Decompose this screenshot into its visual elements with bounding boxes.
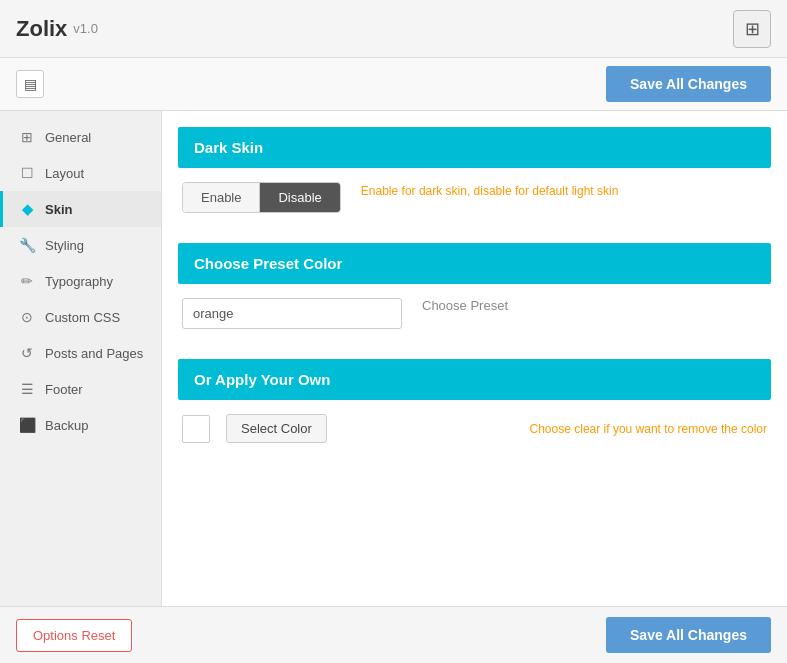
toolbar: ▤ Save All Changes <box>0 58 787 111</box>
color-desc-prefix: Choose clear if you want to remove the <box>530 422 741 436</box>
content-area: Dark Skin Enable Disable Enable for dark… <box>162 111 787 606</box>
sidebar-item-skin[interactable]: ◆ Skin <box>0 191 161 227</box>
preset-color-body: orange blue green red purple teal Choose… <box>178 284 771 343</box>
toolbar-save-button[interactable]: Save All Changes <box>606 66 771 102</box>
sidebar: ⊞ General ☐ Layout ◆ Skin 🔧 Styling ✏ Ty… <box>0 111 162 606</box>
sidebar-item-custom-css[interactable]: ⊙ Custom CSS <box>0 299 161 335</box>
custom-css-icon: ⊙ <box>19 309 35 325</box>
typography-icon: ✏ <box>19 273 35 289</box>
footer-save-button[interactable]: Save All Changes <box>606 617 771 653</box>
preset-color-section: Choose Preset Color orange blue green re… <box>178 243 771 343</box>
choose-preset-label: Choose Preset <box>422 298 508 313</box>
color-swatch <box>182 415 210 443</box>
sidebar-item-label: Styling <box>45 238 84 253</box>
apply-own-section: Or Apply Your Own Select Color Choose cl… <box>178 359 771 457</box>
sidebar-item-label: Skin <box>45 202 72 217</box>
sidebar-item-layout[interactable]: ☐ Layout <box>0 155 161 191</box>
sidebar-item-label: Custom CSS <box>45 310 120 325</box>
sidebar-item-label: General <box>45 130 91 145</box>
app-logo: Zolix v1.0 <box>16 16 98 42</box>
preset-select-wrapper: orange blue green red purple teal <box>182 298 402 329</box>
backup-icon: ⬛ <box>19 417 35 433</box>
sidebar-item-styling[interactable]: 🔧 Styling <box>0 227 161 263</box>
sliders-icon: ⊞ <box>745 18 760 40</box>
dark-skin-header: Dark Skin <box>178 127 771 168</box>
preset-color-select[interactable]: orange blue green red purple teal <box>182 298 402 329</box>
page-icon: ▤ <box>16 70 44 98</box>
footer-bar: Options Reset Save All Changes <box>0 606 787 663</box>
skin-icon: ◆ <box>19 201 35 217</box>
layout-icon: ☐ <box>19 165 35 181</box>
sidebar-item-label: Typography <box>45 274 113 289</box>
app-title: Zolix <box>16 16 67 42</box>
color-description: Choose clear if you want to remove the c… <box>343 422 767 436</box>
app-version: v1.0 <box>73 21 98 36</box>
sidebar-item-label: Backup <box>45 418 88 433</box>
options-reset-button[interactable]: Options Reset <box>16 619 132 652</box>
enable-button[interactable]: Enable <box>183 183 260 212</box>
app-header: Zolix v1.0 ⊞ <box>0 0 787 58</box>
sidebar-item-posts-pages[interactable]: ↺ Posts and Pages <box>0 335 161 371</box>
sidebar-item-label: Layout <box>45 166 84 181</box>
main-layout: ⊞ General ☐ Layout ◆ Skin 🔧 Styling ✏ Ty… <box>0 111 787 606</box>
general-icon: ⊞ <box>19 129 35 145</box>
apply-own-body: Select Color Choose clear if you want to… <box>178 400 771 457</box>
footer-icon: ☰ <box>19 381 35 397</box>
sidebar-item-label: Footer <box>45 382 83 397</box>
sidebar-item-typography[interactable]: ✏ Typography <box>0 263 161 299</box>
dark-skin-description: Enable for dark skin, disable for defaul… <box>361 182 618 200</box>
posts-pages-icon: ↺ <box>19 345 35 361</box>
sidebar-item-footer[interactable]: ☰ Footer <box>0 371 161 407</box>
sidebar-item-backup[interactable]: ⬛ Backup <box>0 407 161 443</box>
preset-color-header: Choose Preset Color <box>178 243 771 284</box>
sidebar-item-label: Posts and Pages <box>45 346 143 361</box>
dark-skin-toggle: Enable Disable <box>182 182 341 213</box>
apply-own-header: Or Apply Your Own <box>178 359 771 400</box>
disable-button[interactable]: Disable <box>260 183 339 212</box>
document-icon: ▤ <box>24 76 37 92</box>
settings-icon-button[interactable]: ⊞ <box>733 10 771 48</box>
dark-skin-body: Enable Disable Enable for dark skin, dis… <box>178 168 771 227</box>
color-desc-word: color <box>741 422 767 436</box>
sidebar-item-general[interactable]: ⊞ General <box>0 119 161 155</box>
styling-icon: 🔧 <box>19 237 35 253</box>
dark-skin-section: Dark Skin Enable Disable Enable for dark… <box>178 127 771 227</box>
toolbar-left: ▤ <box>16 70 44 98</box>
select-color-button[interactable]: Select Color <box>226 414 327 443</box>
